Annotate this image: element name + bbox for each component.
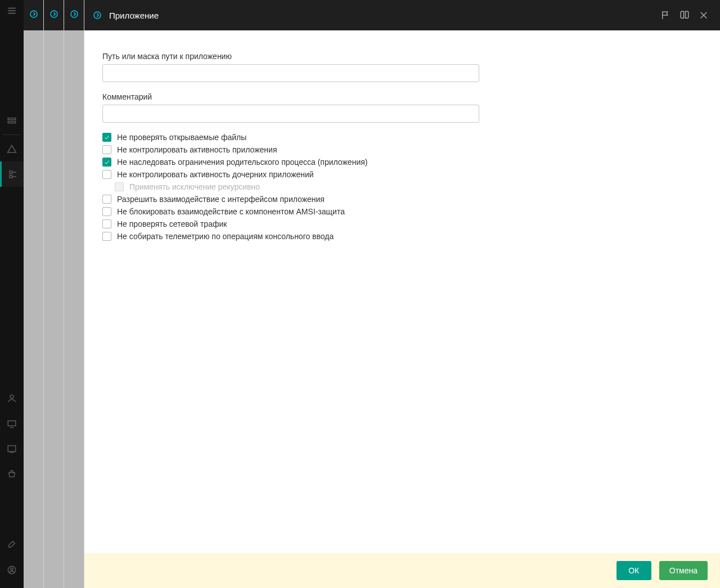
checkbox-label: Не собирать телеметрию по операциям конс… xyxy=(117,232,334,241)
nav-divider xyxy=(4,134,20,135)
circle-chevron-right-icon xyxy=(49,9,59,21)
svg-point-19 xyxy=(94,12,101,19)
svg-rect-10 xyxy=(8,420,16,425)
menu-icon[interactable] xyxy=(7,6,17,18)
checkbox-row: Применять исключение рекурсивно xyxy=(115,182,702,191)
cancel-button[interactable]: Отмена xyxy=(659,561,708,580)
close-icon[interactable] xyxy=(695,7,712,24)
checkbox-label: Не блокировать взаимодействие с компонен… xyxy=(117,207,345,216)
checkbox-row[interactable]: Не блокировать взаимодействие с компонен… xyxy=(102,207,702,216)
checkbox xyxy=(115,182,124,191)
svg-rect-4 xyxy=(8,121,16,123)
checkbox-row[interactable]: Не собирать телеметрию по операциям конс… xyxy=(102,232,702,241)
circle-chevron-right-icon xyxy=(92,10,102,20)
nav-item-alerts[interactable] xyxy=(0,136,24,161)
nav-item-dashboard[interactable] xyxy=(0,108,24,133)
checkbox[interactable] xyxy=(102,158,111,167)
nav-item-settings[interactable] xyxy=(0,532,24,557)
book-icon[interactable] xyxy=(676,7,693,24)
checkbox-list: Не проверять открываемые файлыНе контрол… xyxy=(102,133,702,241)
checkbox-label: Не контролировать активность приложения xyxy=(117,145,277,154)
comment-input[interactable] xyxy=(102,105,479,123)
checkbox-label: Не проверять сетевой трафик xyxy=(117,219,227,228)
flag-icon[interactable] xyxy=(657,7,674,24)
svg-point-15 xyxy=(11,568,14,571)
svg-rect-3 xyxy=(8,118,16,119)
nav-rail xyxy=(0,0,24,588)
panel-stack xyxy=(24,0,84,588)
path-label: Путь или маска пути к приложению xyxy=(102,52,479,61)
checkbox-row[interactable]: Не проверять открываемые файлы xyxy=(102,133,702,142)
checkbox[interactable] xyxy=(102,195,111,204)
nav-item-account[interactable] xyxy=(0,557,24,582)
svg-rect-6 xyxy=(10,175,12,178)
nav-item-reports[interactable] xyxy=(0,436,24,461)
svg-point-9 xyxy=(10,395,14,398)
svg-rect-5 xyxy=(10,171,12,174)
svg-point-18 xyxy=(71,11,78,17)
svg-rect-12 xyxy=(8,446,16,452)
ok-button[interactable]: ОК xyxy=(616,561,651,580)
checkbox-row[interactable]: Не контролировать активность приложения xyxy=(102,145,702,154)
modal-header: Приложение xyxy=(84,0,720,30)
svg-point-17 xyxy=(51,11,57,17)
comment-label: Комментарий xyxy=(102,92,479,101)
panel-slice-1[interactable] xyxy=(24,0,44,588)
panel-slice-2[interactable] xyxy=(44,0,64,588)
checkbox-label: Не проверять открываемые файлы xyxy=(117,133,246,142)
modal-title: Приложение xyxy=(109,11,159,20)
nav-item-store[interactable] xyxy=(0,461,24,487)
nav-item-devices[interactable] xyxy=(0,411,24,436)
application-modal: Приложение Путь или маска пути к приложе… xyxy=(84,0,720,588)
checkbox-row[interactable]: Не проверять сетевой трафик xyxy=(102,219,702,228)
checkbox[interactable] xyxy=(102,170,111,179)
checkbox[interactable] xyxy=(102,219,111,228)
path-input[interactable] xyxy=(102,64,479,82)
checkbox-label: Не наследовать ограничения родительского… xyxy=(117,158,367,167)
modal-body: Путь или маска пути к приложению Коммент… xyxy=(84,30,720,553)
panel-slice-3[interactable] xyxy=(64,0,84,588)
checkbox[interactable] xyxy=(102,133,111,142)
checkbox-row[interactable]: Не наследовать ограничения родительского… xyxy=(102,158,702,167)
nav-item-policies[interactable] xyxy=(0,161,24,187)
checkbox-row[interactable]: Не контролировать активность дочерних пр… xyxy=(102,170,702,179)
checkbox-label: Разрешить взаимодействие с интерфейсом п… xyxy=(117,195,325,204)
checkbox[interactable] xyxy=(102,207,111,216)
checkbox[interactable] xyxy=(102,232,111,241)
circle-chevron-right-icon xyxy=(29,9,39,21)
nav-item-users[interactable] xyxy=(0,385,24,411)
checkbox-label: Не контролировать активность дочерних пр… xyxy=(117,170,314,179)
svg-point-16 xyxy=(30,11,37,17)
circle-chevron-right-icon xyxy=(69,9,79,21)
checkbox[interactable] xyxy=(102,145,111,154)
checkbox-label: Применять исключение рекурсивно xyxy=(129,182,260,191)
checkbox-row[interactable]: Разрешить взаимодействие с интерфейсом п… xyxy=(102,195,702,204)
modal-footer: ОК Отмена xyxy=(84,553,720,588)
